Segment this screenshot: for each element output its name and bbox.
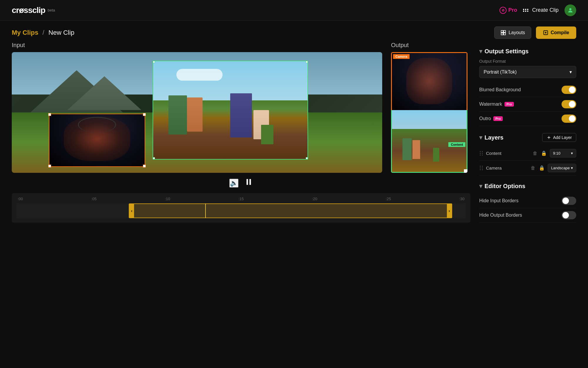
layer-content-name: Content (486, 151, 530, 156)
layer-content-ratio[interactable]: 9:10 ▾ (550, 149, 576, 158)
output-content-border: Content (391, 110, 467, 173)
header: crøssclip beta ⊘ Pro Create Clip (0, 0, 588, 21)
mc-char2 (187, 97, 203, 132)
layers-label: Layers (485, 134, 504, 141)
handle-br[interactable] (306, 157, 308, 159)
create-clip-label: Create Clip (532, 7, 559, 13)
output-content-label: Content (448, 142, 465, 147)
timeline-handle-right[interactable]: › (447, 204, 452, 218)
handle-tl[interactable] (153, 61, 155, 63)
watermark-toggle[interactable] (562, 100, 576, 108)
blurred-bg-label: Blurred Background (479, 87, 521, 92)
create-clip-button[interactable]: Create Clip (523, 7, 559, 13)
layer-camera-delete[interactable]: 🗑 (530, 165, 536, 171)
hide-output-label: Hide Output Borders (479, 213, 522, 218)
compile-label: Compile (551, 30, 569, 35)
cam-handle-tl[interactable] (48, 113, 51, 116)
chevron-output-icon: ▾ (479, 48, 482, 55)
layouts-icon (500, 30, 506, 36)
svg-point-0 (569, 8, 571, 10)
hide-input-toggle[interactable] (562, 197, 576, 205)
handle-tr[interactable] (306, 61, 308, 63)
left-content: Input Content (12, 42, 470, 223)
add-layer-icon (547, 135, 551, 140)
hide-output-toggle[interactable] (562, 211, 576, 219)
layer-content-delete[interactable]: 🗑 (532, 150, 538, 157)
svg-rect-1 (501, 31, 503, 33)
camera-selection-box[interactable]: Camera (49, 114, 145, 167)
user-icon (567, 7, 574, 14)
drag-handle-content[interactable] (479, 150, 484, 156)
svg-rect-2 (504, 31, 506, 33)
add-layer-button[interactable]: Add Layer (542, 133, 576, 142)
content-selection-box[interactable]: Content (153, 61, 308, 160)
handle-bl[interactable] (153, 157, 155, 159)
breadcrumb: My Clips / New Clip (12, 29, 74, 37)
pause-icon (244, 178, 253, 186)
toggle-thumb (569, 87, 575, 93)
marker-20: :20 (312, 197, 317, 201)
output-resize-handle[interactable] (464, 169, 467, 173)
layer-row-camera: Camera 🗑 🔒 Landscape ▾ (479, 161, 576, 175)
output-camera-border: Camera (391, 52, 467, 110)
content-ratio-chevron: ▾ (571, 151, 573, 155)
layer-camera-lock[interactable]: 🔒 (538, 165, 545, 171)
breadcrumb-current: New Clip (49, 29, 74, 36)
chevron-layers-icon: ▾ (479, 134, 482, 141)
chevron-down-icon: ▾ (569, 69, 572, 75)
compile-button[interactable]: Compile (536, 26, 576, 39)
cam-handle-bl[interactable] (48, 165, 51, 168)
editor-options-title: ▾ Editor Options (479, 183, 525, 190)
logo-strike: ø (19, 6, 24, 15)
layer-content-lock[interactable]: 🔒 (540, 150, 547, 157)
pro-label: Pro (508, 7, 517, 13)
layers-title: ▾ Layers (479, 134, 504, 141)
editor-options-section: ▾ Editor Options Hide Input Borders Hide… (479, 183, 576, 223)
timeline-playhead[interactable]: 00:12 (205, 203, 206, 218)
cam-handle-br[interactable] (143, 165, 146, 168)
play-pause-button[interactable] (244, 178, 253, 188)
drag-handle-camera[interactable] (479, 165, 484, 171)
content-ratio-value: 9:10 (553, 151, 560, 155)
output-video: Camera Content (391, 52, 467, 173)
compile-icon (543, 30, 548, 35)
chevron-editor-icon: ▾ (479, 183, 482, 190)
svg-rect-7 (249, 179, 251, 185)
content-area: Input Content (0, 42, 588, 223)
toggle-thumb-output (562, 212, 569, 218)
input-title: Input (12, 42, 382, 49)
outro-toggle[interactable] (562, 115, 576, 123)
timeline-clip[interactable]: ‹ › (129, 203, 452, 218)
timeline-bar[interactable]: ‹ › 00:12 (16, 203, 466, 218)
format-label: Output Format (479, 59, 576, 64)
input-output-row: Input Content (12, 42, 470, 173)
pro-icon: ⊘ (500, 7, 507, 14)
beta-badge: beta (48, 8, 55, 12)
outro-pro-tag: Pro (493, 116, 503, 121)
camera-face-inner (49, 114, 145, 166)
add-layer-label: Add Layer (553, 135, 572, 140)
toggle-thumb-input (562, 198, 569, 204)
playback-controls: 🔈 (12, 173, 470, 191)
output-title: Output (391, 42, 470, 49)
blurred-bg-toggle[interactable] (562, 86, 576, 94)
mc-char1 (168, 95, 187, 135)
logo: crøssclip beta (12, 6, 55, 15)
watermark-pro-tag: Pro (505, 102, 514, 107)
blurred-bg-row: Blurred Background (479, 83, 576, 97)
pro-button[interactable]: ⊘ Pro (500, 7, 517, 14)
output-settings-section: ▾ Output Settings Output Format Portrait… (479, 48, 576, 126)
layouts-button[interactable]: Layouts (494, 26, 531, 39)
my-clips-link[interactable]: My Clips (12, 29, 38, 36)
output-format-select[interactable]: Portrait (TikTok) ▾ (479, 66, 576, 78)
hide-output-borders-row: Hide Output Borders (479, 208, 576, 223)
svg-rect-4 (504, 33, 506, 35)
input-video-area: Content (12, 52, 382, 173)
content-inner (153, 61, 308, 159)
cam-handle-tr[interactable] (143, 113, 146, 116)
volume-button[interactable]: 🔈 (229, 179, 238, 188)
timeline-handle-left[interactable]: ‹ (129, 204, 134, 218)
layer-camera-ratio[interactable]: Landscape ▾ (548, 164, 576, 172)
mc-creeper (261, 125, 273, 144)
avatar-button[interactable] (564, 4, 576, 16)
